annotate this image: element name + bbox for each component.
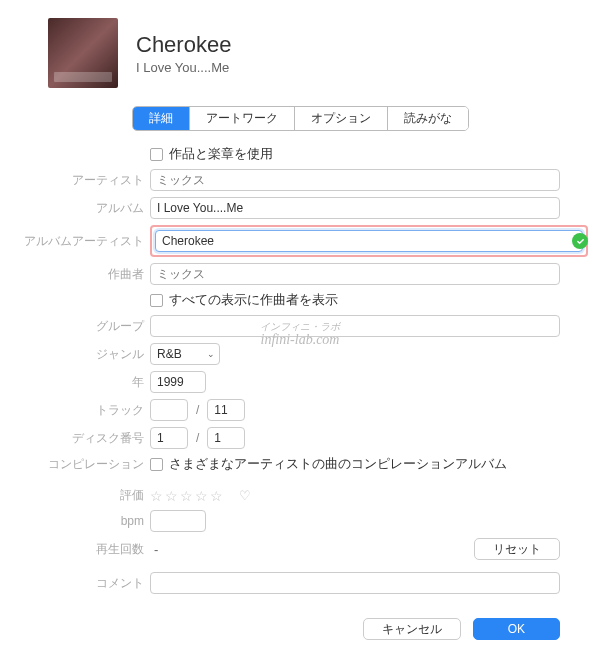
verified-icon <box>572 233 588 249</box>
grouping-field[interactable] <box>150 315 560 337</box>
song-title: Cherokee <box>136 32 231 58</box>
year-field[interactable] <box>150 371 206 393</box>
composer-label: 作曲者 <box>0 266 150 283</box>
ok-button[interactable]: OK <box>473 618 560 640</box>
compilation-text: さまざまなアーティストの曲のコンピレーションアルバム <box>169 455 507 473</box>
tab-bar: 詳細 アートワーク オプション 読みがな <box>0 106 600 131</box>
plays-value: - <box>150 542 158 557</box>
plays-label: 再生回数 <box>0 541 150 558</box>
tab-artwork[interactable]: アートワーク <box>190 107 295 130</box>
year-label: 年 <box>0 374 150 391</box>
track-number-field[interactable] <box>150 399 188 421</box>
compilation-checkbox[interactable] <box>150 458 163 471</box>
track-label: トラック <box>0 402 150 419</box>
album-art <box>48 18 118 88</box>
reset-plays-button[interactable]: リセット <box>474 538 560 560</box>
cancel-button[interactable]: キャンセル <box>363 618 461 640</box>
love-icon[interactable]: ♡ <box>239 488 251 503</box>
disc-label: ディスク番号 <box>0 430 150 447</box>
tab-sortings[interactable]: 読みがな <box>388 107 468 130</box>
disc-total-field[interactable] <box>207 427 245 449</box>
track-total-field[interactable] <box>207 399 245 421</box>
use-work-label: 作品と楽章を使用 <box>169 145 273 163</box>
tab-options[interactable]: オプション <box>295 107 388 130</box>
genre-label: ジャンル <box>0 346 150 363</box>
album-artist-label: アルバムアーティスト <box>0 233 150 250</box>
artist-field[interactable] <box>150 169 560 191</box>
song-subtitle: I Love You....Me <box>136 60 231 75</box>
genre-select[interactable]: R&B ⌄ <box>150 343 220 365</box>
track-sep: / <box>194 403 201 417</box>
bpm-field[interactable] <box>150 510 206 532</box>
album-artist-highlight <box>150 225 588 257</box>
grouping-label: グループ <box>0 318 150 335</box>
show-composer-label: すべての表示に作曲者を表示 <box>169 291 338 309</box>
metadata-form: 作品と楽章を使用 アーティスト アルバム アルバムアーティスト 作曲者 すべての… <box>0 145 600 594</box>
album-label: アルバム <box>0 200 150 217</box>
tab-details[interactable]: 詳細 <box>133 107 190 130</box>
compilation-label: コンピレーション <box>0 456 150 473</box>
artist-label: アーティスト <box>0 172 150 189</box>
footer: キャンセル OK <box>0 600 600 640</box>
bpm-label: bpm <box>0 514 150 528</box>
comment-field[interactable] <box>150 572 560 594</box>
comment-label: コメント <box>0 575 150 592</box>
disc-sep: / <box>194 431 201 445</box>
show-composer-checkbox[interactable] <box>150 294 163 307</box>
disc-number-field[interactable] <box>150 427 188 449</box>
chevron-down-icon: ⌄ <box>207 349 215 359</box>
album-field[interactable] <box>150 197 560 219</box>
genre-value: R&B <box>157 347 182 361</box>
rating-stars[interactable]: ☆☆☆☆☆ <box>150 488 225 504</box>
rating-label: 評価 <box>0 487 150 504</box>
composer-field[interactable] <box>150 263 560 285</box>
title-block: Cherokee I Love You....Me <box>136 32 231 75</box>
header: Cherokee I Love You....Me <box>0 0 600 102</box>
album-artist-field[interactable] <box>155 230 583 252</box>
use-work-checkbox[interactable] <box>150 148 163 161</box>
